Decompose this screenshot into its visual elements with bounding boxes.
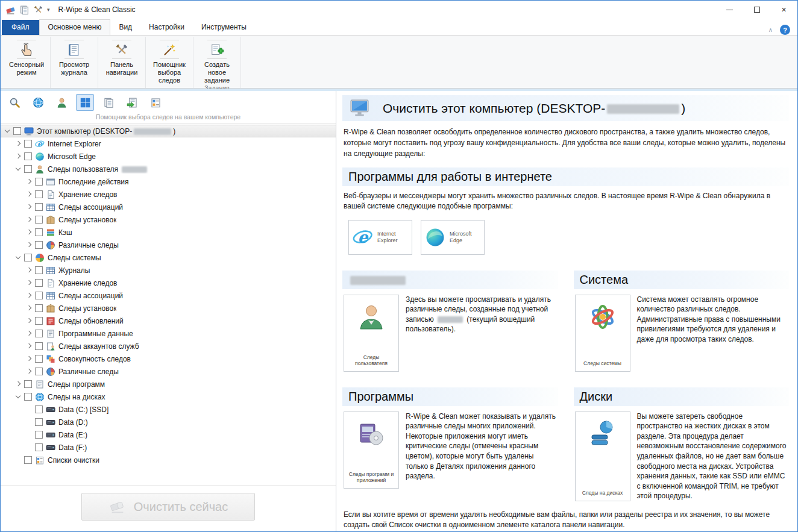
chevron-right-icon[interactable] [25,202,34,211]
collapse-ribbon-icon[interactable]: ∧ [768,27,773,33]
chevron-right-icon[interactable] [25,291,34,300]
tab-view[interactable]: Вид [110,20,140,35]
tree-item[interactable]: eInternet Explorer [1,137,336,150]
clean-now-button[interactable]: Очистить сейчас [81,493,255,521]
checkbox[interactable] [24,456,32,464]
checkbox[interactable] [24,152,32,160]
tree-item[interactable]: Следы программ [1,378,336,390]
checkbox[interactable] [35,368,43,375]
chevron-right-icon[interactable] [25,354,34,363]
tree-item[interactable]: Следы аккаунтов служб [1,340,336,352]
chevron-right-icon[interactable] [25,278,34,287]
person-category-button[interactable] [52,94,71,111]
edge-program-tile[interactable]: Microsoft Edge [421,220,485,255]
search-category-button[interactable] [5,94,24,111]
chevron-right-icon[interactable] [25,304,34,313]
tree-item[interactable]: Списки очистки [1,454,336,466]
tree-item[interactable]: Data (D:) [1,416,336,428]
journal-icon[interactable] [19,5,30,15]
globe-category-button[interactable] [29,94,47,111]
ribbon-button-tools[interactable]: Панель навигации [100,37,143,77]
tab-tools[interactable]: Инструменты [193,20,255,35]
chevron-right-icon[interactable] [25,266,34,275]
ribbon-button-newtask[interactable]: Создать новое задание [195,37,239,84]
chevron-down-icon[interactable] [14,164,23,174]
checkbox[interactable] [35,317,43,325]
journal-category-button[interactable] [99,94,118,111]
tree-item[interactable]: Следы установок [1,213,336,226]
progarrow-category-button[interactable] [123,94,141,111]
tab-main-menu[interactable]: Основное меню [39,19,111,36]
checkbox[interactable] [35,228,43,236]
programs-traces-tile[interactable]: Следы программ и приложений [344,412,399,489]
tree-item[interactable]: Следы обновлений [1,315,336,327]
tree-item[interactable]: Программные данные [1,327,336,340]
user-traces-tile[interactable]: Следы пользователя [344,295,399,372]
tree-item[interactable]: Хранение следов [1,277,336,289]
disks-traces-tile[interactable]: Следы на дисках [575,412,630,501]
ribbon-button-touch[interactable]: Сенсорный режим [5,37,48,77]
checkbox[interactable] [35,330,43,337]
chevron-right-icon[interactable] [25,190,34,199]
close-button[interactable]: × [770,1,797,19]
ie-program-tile[interactable]: eInternet Explorer [348,220,412,255]
tab-file[interactable]: Файл [2,20,39,35]
chevron-right-icon[interactable] [25,342,34,351]
tree-item[interactable]: Кэш [1,226,336,239]
chevron-down-icon[interactable] [3,127,12,136]
checkbox[interactable] [35,418,43,426]
checkbox[interactable] [24,380,32,388]
chevron-right-icon[interactable] [25,240,34,249]
checkbox[interactable] [35,304,43,312]
help-icon[interactable]: ? [780,25,790,35]
tree-item[interactable]: Последние действия [1,175,336,188]
checkbox[interactable] [35,292,43,299]
tools-icon[interactable] [33,5,43,15]
tree-item[interactable]: Следы пользователя [1,163,336,175]
chevron-right-icon[interactable] [25,228,34,237]
chevron-down-icon[interactable] [14,253,23,262]
maximize-button[interactable] [743,1,770,19]
tree-item[interactable]: Data (C:) [SSD] [1,403,336,416]
checkbox[interactable] [24,393,32,401]
checkbox[interactable] [35,342,43,350]
qat-dropdown-icon[interactable]: ▾ [47,7,50,13]
checkbox[interactable] [35,241,43,249]
tree-item[interactable]: Data (E:) [1,428,336,441]
tree-item[interactable]: Следы ассоциаций [1,289,336,302]
chevron-right-icon[interactable] [25,329,34,338]
ribbon-button-logbook[interactable]: Просмотр журнала [52,37,96,77]
checkbox[interactable] [35,405,43,413]
chevron-right-icon[interactable] [25,177,34,186]
winlogo-category-button[interactable] [76,94,94,111]
ribbon-button-wand[interactable]: Помощник выбора следов [148,37,191,84]
checkbox[interactable] [24,165,32,173]
lists-category-button[interactable] [146,94,165,111]
tree-item[interactable]: Следы ассоциаций [1,201,336,213]
checkbox[interactable] [35,431,43,439]
chevron-right-icon[interactable] [25,316,34,325]
tree-item[interactable]: Журналы [1,264,336,277]
checkbox[interactable] [35,203,43,211]
system-traces-tile[interactable]: Следы системы [575,295,630,372]
tree-item[interactable]: Microsoft Edge [1,150,336,163]
tree-item[interactable]: Следы на дисках [1,390,336,403]
tree-item[interactable]: Совокупность следов [1,352,336,365]
checkbox[interactable] [24,254,32,261]
checkbox[interactable] [35,279,43,287]
checkbox[interactable] [35,355,43,363]
tree-item[interactable]: Хранение следов [1,188,336,201]
checkbox[interactable] [35,216,43,224]
tree-item[interactable]: Следы системы [1,251,336,264]
chevron-down-icon[interactable] [14,392,23,401]
tree-item[interactable]: Следы установок [1,302,336,315]
tree-item[interactable]: Различные следы [1,239,336,251]
checkbox[interactable] [35,443,43,451]
tree-item[interactable]: Этот компьютер (DESKTOP-) [1,125,336,137]
chevron-right-icon[interactable] [14,380,23,389]
minimize-button[interactable] [716,1,743,19]
checkbox[interactable] [13,127,21,135]
chevron-right-icon[interactable] [25,367,34,376]
checkbox[interactable] [35,190,43,198]
chevron-right-icon[interactable] [14,152,23,161]
